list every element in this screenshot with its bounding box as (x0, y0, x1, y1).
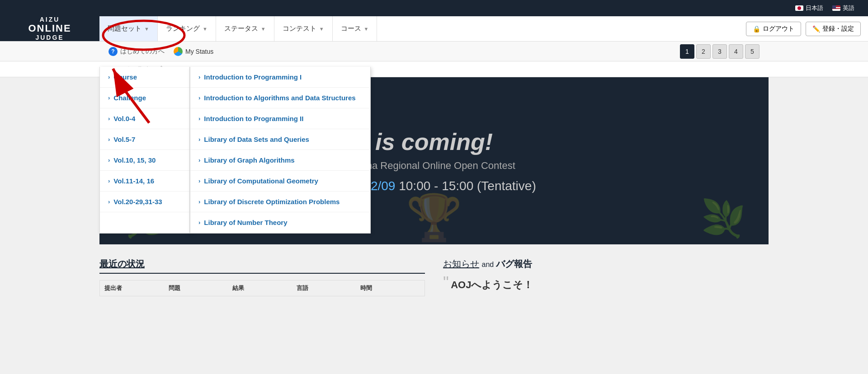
english-label: 英語 (843, 4, 854, 12)
dropdown-item-intro-prog2[interactable]: › Introduction to Programming II (190, 108, 370, 129)
language-bar: 日本語 英語 (0, 0, 868, 16)
dropdown-item-vol10[interactable]: › Vol.10, 15, 30 (100, 150, 189, 171)
dropdown-label-intro-prog2: Introduction to Programming II (204, 115, 303, 122)
page-btn-1[interactable]: 1 (680, 44, 694, 59)
dropdown-menu: › Course › Challenge › Vol.0-4 › Vol.5-7… (99, 67, 371, 234)
dropdown-item-course[interactable]: › Course (100, 67, 189, 88)
col-submitter: 提出者 (104, 284, 164, 292)
logo-line1: AIZU (28, 16, 71, 23)
bottom-section: 最近の状況 提出者 問題 結果 言語 時間 お知らせ and バグ報告 " AO… (0, 244, 868, 310)
banner-time: 10:00 - 15:00 (Tentative) (399, 179, 536, 193)
dropdown-item-lib-discrete[interactable]: › Library of Discrete Optimization Probl… (190, 192, 370, 212)
dropdown-label-vol20: Vol.20-29,31-33 (113, 198, 162, 206)
col-language: 言語 (297, 284, 356, 292)
dropdown-item-challenge[interactable]: › Challenge (100, 88, 189, 108)
recent-status-title: 最近の状況 (99, 258, 425, 274)
dropdown-label-challenge: Challenge (113, 94, 146, 102)
chevron-right-icon: › (108, 157, 110, 164)
dropdown-item-lib-data[interactable]: › Library of Data Sets and Queries (190, 129, 370, 150)
notice-section: お知らせ and バグ報告 " AOJへようこそ！ (443, 258, 769, 296)
pagination: 1 2 3 4 5 (680, 44, 760, 59)
nav-item-contest[interactable]: コンテスト ▼ (274, 16, 333, 41)
chevron-down-icon: ▼ (261, 26, 266, 32)
chevron-right-icon: › (198, 74, 200, 80)
logo-line3: JUDGE (28, 34, 71, 41)
edit-icon: ✏️ (812, 25, 820, 33)
nav-item-mondai[interactable]: 問題セット ▼ (99, 16, 158, 41)
dropdown-label-course: Course (113, 73, 137, 81)
page-btn-3[interactable]: 3 (712, 44, 727, 59)
chevron-right-icon: › (108, 74, 110, 80)
dropdown-label-intro-prog1: Introduction to Programming I (204, 73, 302, 81)
dropdown-label-vol11: Vol.11-14, 16 (113, 177, 154, 185)
dropdown-label-intro-algo: Introduction to Algorithms and Data Stru… (204, 94, 355, 102)
col-problem: 問題 (169, 284, 228, 292)
notice-title: お知らせ and バグ報告 (443, 258, 769, 270)
mystatus-label: My Status (185, 48, 213, 55)
chevron-right-icon: › (108, 115, 110, 122)
chevron-right-icon: › (108, 94, 110, 101)
chevron-down-icon: ▼ (319, 26, 324, 32)
dropdown-item-vol04[interactable]: › Vol.0-4 (100, 108, 189, 129)
mystatus-chart-icon (174, 47, 183, 56)
quote-mark-icon: " (443, 273, 449, 292)
dropdown-label-lib-graph: Library of Graph Algorithms (204, 156, 294, 164)
english-lang-button[interactable]: 英語 (832, 4, 854, 12)
dropdown-item-lib-graph[interactable]: › Library of Graph Algorithms (190, 150, 370, 171)
dropdown-item-vol57[interactable]: › Vol.5-7 (100, 129, 189, 150)
chevron-right-icon: › (108, 178, 110, 184)
nav-item-course[interactable]: コース ▼ (333, 16, 377, 41)
dropdown-label-vol57: Vol.5-7 (113, 136, 135, 143)
chevron-down-icon: ▼ (203, 26, 208, 32)
nav-item-ranking[interactable]: ランキング ▼ (158, 16, 216, 41)
nav-label-mondai: 問題セット (108, 24, 142, 33)
nav-right-buttons: 🔒 ログアウト ✏️ 登録・設定 (739, 16, 868, 41)
chevron-right-icon: › (108, 136, 110, 143)
dropdown-item-vol20[interactable]: › Vol.20-29,31-33 (100, 192, 189, 212)
question-icon: ? (108, 47, 118, 56)
dropdown-item-intro-algo[interactable]: › Introduction to Algorithms and Data St… (190, 88, 370, 108)
help-link[interactable]: ? はじめての方へ (108, 47, 165, 56)
japanese-lang-button[interactable]: 日本語 (795, 4, 823, 12)
chevron-right-icon: › (108, 198, 110, 205)
page-btn-2[interactable]: 2 (696, 44, 711, 59)
col-result: 結果 (232, 284, 292, 292)
dropdown-item-intro-prog1[interactable]: › Introduction to Programming I (190, 67, 370, 88)
col-time: 時間 (360, 284, 420, 292)
dropdown-label-lib-discrete: Library of Discrete Optimization Problem… (204, 198, 340, 206)
help-label: はじめての方へ (120, 47, 165, 56)
mystatus-link[interactable]: My Status (174, 47, 213, 56)
logout-label: ログアウト (763, 25, 794, 33)
dropdown-left-panel: › Course › Challenge › Vol.0-4 › Vol.5-7… (99, 67, 190, 234)
logout-button[interactable]: 🔒 ログアウト (746, 22, 801, 36)
lock-icon: 🔒 (753, 25, 760, 33)
chevron-down-icon: ▼ (144, 26, 149, 32)
chevron-right-icon: › (198, 198, 200, 205)
laurel-right-icon: 🌿 (701, 197, 746, 240)
logo-line2: ONLINE (28, 23, 71, 34)
register-button[interactable]: ✏️ 登録・設定 (806, 22, 861, 36)
chevron-right-icon: › (198, 94, 200, 101)
nav-label-status: ステータス (224, 24, 258, 33)
chevron-right-icon: › (198, 157, 200, 164)
recent-status-section: 最近の状況 提出者 問題 結果 言語 時間 (99, 258, 425, 296)
chevron-right-icon: › (198, 136, 200, 143)
register-label: 登録・設定 (822, 25, 854, 33)
nav-label-course: コース (341, 24, 361, 33)
table-header: 提出者 問題 結果 言語 時間 (99, 280, 425, 296)
page-btn-4[interactable]: 4 (729, 44, 743, 59)
japanese-label: 日本語 (806, 4, 823, 12)
dropdown-label-lib-geo: Library of Computational Geometry (204, 177, 318, 185)
notice-title-and: and (482, 261, 496, 268)
site-logo[interactable]: AIZU ONLINE JUDGE (0, 16, 99, 41)
japan-flag-icon (795, 5, 803, 11)
notice-title-part1: お知らせ (443, 259, 479, 269)
dropdown-item-lib-geo[interactable]: › Library of Computational Geometry (190, 171, 370, 192)
nav-item-status[interactable]: ステータス ▼ (216, 16, 274, 41)
chevron-right-icon: › (198, 219, 200, 226)
chevron-right-icon: › (198, 178, 200, 184)
page-btn-5[interactable]: 5 (745, 44, 760, 59)
dropdown-item-lib-number[interactable]: › Library of Number Theory (190, 212, 370, 233)
dropdown-item-vol11[interactable]: › Vol.11-14, 16 (100, 171, 189, 192)
dropdown-label-lib-data: Library of Data Sets and Queries (204, 136, 309, 143)
